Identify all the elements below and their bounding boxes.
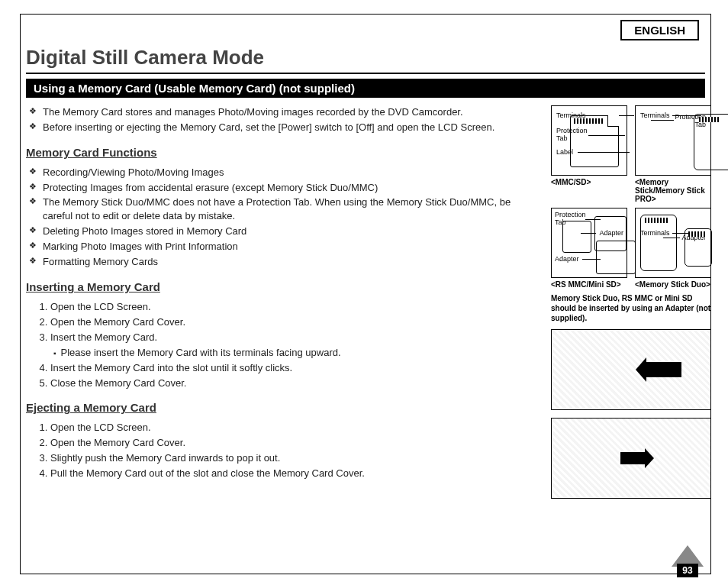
ms-pro-figure: Terminals Protection Tab <Memory Stick/M… bbox=[635, 105, 711, 203]
sd-notch-icon bbox=[607, 115, 619, 127]
rs-mini-label: <RS MMC/Mini SD> bbox=[551, 280, 627, 289]
list-item: Deleting Photo Images stored in Memory C… bbox=[26, 225, 539, 238]
language-label: ENGLISH bbox=[620, 20, 699, 40]
functions-heading: Memory Card Functions bbox=[26, 145, 539, 161]
left-column: The Memory Card stores and manages Photo… bbox=[26, 105, 539, 506]
page-title: Digital Still Camera Mode bbox=[26, 46, 705, 69]
lead-line bbox=[651, 120, 674, 121]
ms-pro-diagram: Terminals Protection Tab bbox=[635, 105, 711, 176]
insert-heading: Inserting a Memory Card bbox=[26, 280, 539, 296]
list-item: Insert the Memory Card into the slot unt… bbox=[50, 361, 539, 375]
step-text: Insert the Memory Card. bbox=[50, 331, 157, 343]
list-item: The Memory Stick Duo/MMC does not have a… bbox=[26, 196, 539, 223]
list-item: Open the Memory Card Cover. bbox=[50, 436, 539, 450]
list-item: Recording/Viewing Photo/Moving Images bbox=[26, 166, 539, 179]
adapter-note: Memory Stick Duo, RS MMC or Mini SD shou… bbox=[551, 293, 711, 323]
page-number-value: 93 bbox=[677, 564, 698, 577]
rs-mini-diagram: Protection Tab Adapter Adapter bbox=[551, 208, 627, 278]
insert-sublist: Please insert the Memory Card with its t… bbox=[50, 346, 539, 360]
list-item: Close the Memory Card Cover. bbox=[50, 377, 539, 390]
mmc-sd-diagram: Terminals Protection Tab Label bbox=[551, 105, 627, 176]
list-item: Marking Photo Images with Print Informat… bbox=[26, 240, 539, 254]
list-item: Please insert the Memory Card with its t… bbox=[53, 346, 539, 360]
mmc-sd-label: <MMC/SD> bbox=[551, 178, 627, 186]
insert-photo bbox=[551, 329, 711, 410]
memory-stick-icon bbox=[694, 114, 728, 170]
rs-mini-figure: Protection Tab Adapter Adapter <RS MMC/M… bbox=[551, 208, 627, 289]
adapter-icon bbox=[640, 215, 677, 271]
terminal-strip-icon bbox=[688, 231, 707, 237]
eject-arrow-icon bbox=[620, 452, 645, 464]
intro-list: The Memory Card stores and manages Photo… bbox=[26, 105, 539, 134]
adapter-icon bbox=[596, 241, 636, 274]
ms-duo-label: <Memory Stick Duo> bbox=[635, 280, 711, 289]
ms-duo-icon bbox=[685, 228, 712, 267]
list-item: Slightly push the Memory Card inwards to… bbox=[50, 451, 539, 465]
list-item: Open the LCD Screen. bbox=[50, 300, 539, 314]
ms-duo-diagram: Terminals Adapter bbox=[635, 208, 711, 278]
terminal-strip-icon bbox=[574, 118, 604, 124]
adapter-callout: Adapter bbox=[555, 256, 579, 263]
list-item: Formatting Memory Cards bbox=[26, 255, 539, 269]
ms-duo-figure: Terminals Adapter <Memory Stick Duo> bbox=[635, 208, 711, 289]
list-item: Pull the Memory Card out of the slot and… bbox=[50, 467, 539, 480]
intro-item: Before inserting or ejecting the Memory … bbox=[26, 121, 539, 134]
functions-list: Recording/Viewing Photo/Moving Images Pr… bbox=[26, 166, 539, 270]
eject-steps: Open the LCD Screen. Open the Memory Car… bbox=[26, 421, 539, 480]
section-heading: Using a Memory Card (Usable Memory Card)… bbox=[26, 79, 705, 98]
right-column: Terminals Protection Tab Label <MMC/SD> bbox=[551, 105, 711, 506]
title-divider bbox=[26, 73, 705, 74]
sd-card-icon bbox=[570, 115, 619, 167]
page-number: 93 bbox=[672, 545, 704, 577]
ms-pro-label: <Memory Stick/Memory Stick PRO> bbox=[635, 178, 711, 203]
insert-arrow-icon bbox=[646, 362, 681, 377]
terminal-strip-icon bbox=[699, 117, 720, 122]
list-item: Open the LCD Screen. bbox=[50, 421, 539, 435]
terminal-strip-icon bbox=[645, 218, 669, 223]
mini-sd-icon bbox=[562, 221, 591, 253]
mmc-sd-figure: Terminals Protection Tab Label <MMC/SD> bbox=[551, 105, 627, 203]
eject-heading: Ejecting a Memory Card bbox=[26, 400, 539, 416]
intro-item: The Memory Card stores and manages Photo… bbox=[26, 105, 539, 119]
terminals-callout: Terminals bbox=[640, 112, 670, 120]
list-item: Open the Memory Card Cover. bbox=[50, 315, 539, 329]
list-item: Protecting Images from accidental erasur… bbox=[26, 181, 539, 195]
eject-photo bbox=[551, 418, 711, 499]
insert-steps: Open the LCD Screen. Open the Memory Car… bbox=[26, 300, 539, 390]
list-item: Insert the Memory Card. Please insert th… bbox=[50, 331, 539, 360]
